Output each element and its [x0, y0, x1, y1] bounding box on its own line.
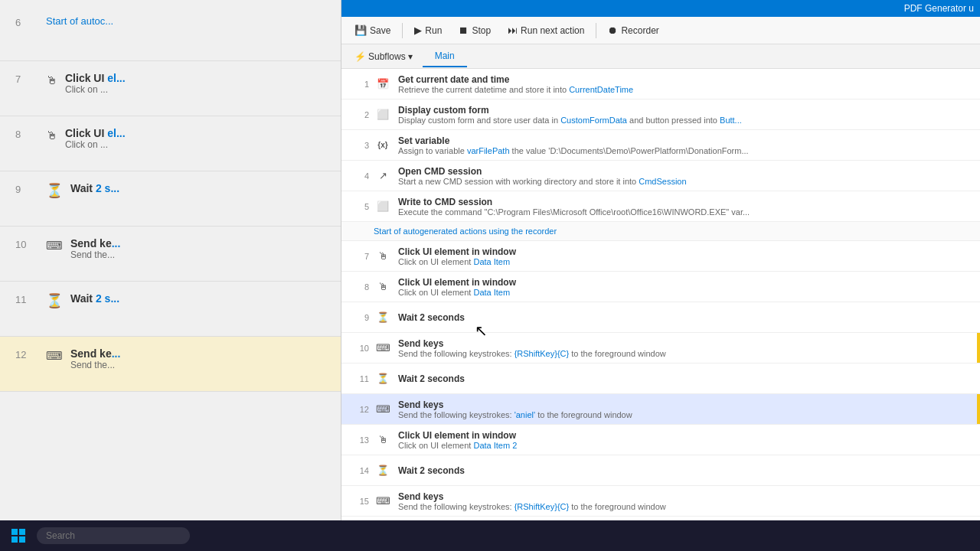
action-row-2[interactable]: 2 ⬜ Display custom form Display custom f… [341, 99, 980, 130]
action-row-5[interactable]: 5 ⬜ Write to CMD session Execute the com… [341, 191, 980, 222]
action-content-2: Display custom form Display custom form … [398, 105, 974, 125]
run-next-button[interactable]: ⏭ Run next action [501, 21, 591, 39]
action-row-12[interactable]: 12 ⌨ Send keys Send the following keystr… [341, 394, 980, 425]
cmd-open-icon: ↗ [374, 167, 392, 185]
action-desc-7: Click on UI element Data Item [398, 257, 974, 266]
stop-icon: ⏹ [459, 24, 469, 36]
row-num-10: 10 [348, 344, 369, 353]
keyboard-icon-10: ⌨ [374, 339, 392, 357]
row-num-15: 15 [348, 497, 369, 506]
toolbar: 💾 Save ▶ Run ⏹ Stop ⏭ Run next action ⏺ … [341, 17, 980, 44]
action-title-5: Write to CMD session [398, 197, 974, 207]
recorder-icon: ⏺ [608, 24, 618, 36]
action-row-15[interactable]: 15 ⌨ Send keys Send the following keystr… [341, 486, 980, 517]
action-title-7: Click UI element in window [398, 246, 974, 257]
action-desc-15: Send the following keystrokes: {RShiftKe… [398, 502, 974, 511]
action-title-14: Wait 2 seconds [398, 465, 974, 476]
action-desc-3: Assign to variable varFilePath the value… [398, 146, 974, 155]
action-desc-10: Send the following keystrokes: {RShiftKe… [398, 349, 974, 358]
subflows-bar: ⚡ Subflows ▾ Main [341, 44, 980, 69]
action-title-11: Wait 2 seconds [398, 373, 974, 384]
action-title-4: Open CMD session [398, 166, 974, 177]
action-desc-8: Click on UI element Data Item [398, 288, 974, 297]
action-desc-4: Start a new CMD session with working dir… [398, 177, 974, 186]
click-icon-8: 🖱 [374, 278, 392, 296]
action-content-1: Get current date and time Retrieve the c… [398, 74, 974, 94]
action-content-13: Click UI element in window Click on UI e… [398, 430, 974, 450]
row-num-14: 14 [348, 466, 369, 475]
row-num-12: 12 [348, 405, 369, 414]
run-icon: ▶ [414, 24, 422, 36]
svg-rect-2 [11, 536, 18, 543]
action-title-12: Send keys [398, 399, 974, 410]
action-content-8: Click UI element in window Click on UI e… [398, 277, 974, 297]
save-button[interactable]: 💾 Save [348, 21, 397, 39]
calendar-icon: 📅 [374, 75, 392, 93]
start-button[interactable] [6, 523, 31, 548]
form-icon: ⬜ [374, 106, 392, 124]
row-num-13: 13 [348, 435, 369, 445]
action-row-14[interactable]: 14 ⏳ Wait 2 seconds [341, 455, 980, 486]
action-row-3[interactable]: 3 {x} Set variable Assign to variable va… [341, 130, 980, 161]
row-num-2: 2 [348, 110, 369, 119]
svg-rect-0 [11, 529, 18, 535]
row-num-4: 4 [348, 171, 369, 181]
action-title-9: Wait 2 seconds [398, 312, 974, 323]
run-next-icon: ⏭ [508, 24, 518, 36]
action-title-10: Send keys [398, 338, 974, 349]
click-icon-7: 🖱 [374, 247, 392, 266]
action-title-2: Display custom form [398, 105, 974, 116]
svg-rect-1 [19, 529, 25, 535]
action-content-14: Wait 2 seconds [398, 465, 974, 476]
action-content-12: Send keys Send the following keystrokes:… [398, 399, 974, 419]
title-text: PDF Generator u [904, 3, 974, 14]
toolbar-separator-2 [596, 23, 596, 38]
wait-icon-9: ⏳ [374, 308, 392, 327]
action-desc-5: Execute the command "C:\Program Files\Mi… [398, 207, 974, 217]
action-content-5: Write to CMD session Execute the command… [398, 197, 974, 217]
row-num-5: 5 [348, 202, 369, 211]
subflows-chevron: ▾ [408, 51, 413, 62]
yellow-bar-12 [977, 394, 980, 424]
title-bar: PDF Generator u [341, 0, 980, 17]
taskbar-search[interactable] [37, 527, 190, 544]
action-desc-1: Retrieve the current datetime and store … [398, 85, 974, 94]
tab-bar: Main [423, 46, 467, 67]
click-icon-13: 🖱 [374, 431, 392, 449]
tab-main[interactable]: Main [423, 46, 467, 67]
row-num-3: 3 [348, 141, 369, 150]
action-content-15: Send keys Send the following keystrokes:… [398, 491, 974, 511]
action-desc-13: Click on UI element Data Item 2 [398, 441, 974, 450]
wait-icon-14: ⏳ [374, 461, 392, 480]
background-panel: 6 Start of autoc... 7 🖱 Click UI el... C… [0, 0, 341, 551]
keyboard-icon-15: ⌨ [374, 492, 392, 510]
action-row-8[interactable]: 8 🖱 Click UI element in window Click on … [341, 272, 980, 302]
action-content-10: Send keys Send the following keystrokes:… [398, 338, 974, 358]
action-row-13[interactable]: 13 🖱 Click UI element in window Click on… [341, 425, 980, 455]
variable-icon: {x} [374, 136, 392, 155]
action-row-4[interactable]: 4 ↗ Open CMD session Start a new CMD ses… [341, 161, 980, 191]
separator-row-6: Start of autogenerated actions using the… [341, 222, 980, 241]
subflows-button[interactable]: ⚡ Subflows ▾ [348, 47, 420, 66]
action-row-1[interactable]: 1 📅 Get current date and time Retrieve t… [341, 69, 980, 99]
action-content-11: Wait 2 seconds [398, 373, 974, 384]
run-button[interactable]: ▶ Run [407, 21, 449, 39]
recorder-button[interactable]: ⏺ Recorder [601, 21, 665, 39]
action-row-9[interactable]: 9 ⏳ Wait 2 seconds [341, 302, 980, 333]
keyboard-icon-12: ⌨ [374, 400, 392, 419]
action-row-11[interactable]: 11 ⏳ Wait 2 seconds [341, 364, 980, 394]
action-content-4: Open CMD session Start a new CMD session… [398, 166, 974, 186]
action-row-10[interactable]: 10 ⌨ Send keys Send the following keystr… [341, 333, 980, 364]
cmd-write-icon: ⬜ [374, 197, 392, 216]
action-desc-2: Display custom form and store user data … [398, 116, 974, 125]
action-content-9: Wait 2 seconds [398, 312, 974, 323]
row-num-1: 1 [348, 80, 369, 89]
action-title-3: Set variable [398, 135, 974, 146]
stop-button[interactable]: ⏹ Stop [452, 21, 498, 39]
action-title-8: Click UI element in window [398, 277, 974, 288]
toolbar-separator-1 [402, 23, 403, 38]
action-row-7[interactable]: 7 🖱 Click UI element in window Click on … [341, 241, 980, 272]
taskbar [0, 520, 980, 551]
actions-list[interactable]: 1 📅 Get current date and time Retrieve t… [341, 69, 980, 533]
windows-icon [11, 528, 26, 543]
